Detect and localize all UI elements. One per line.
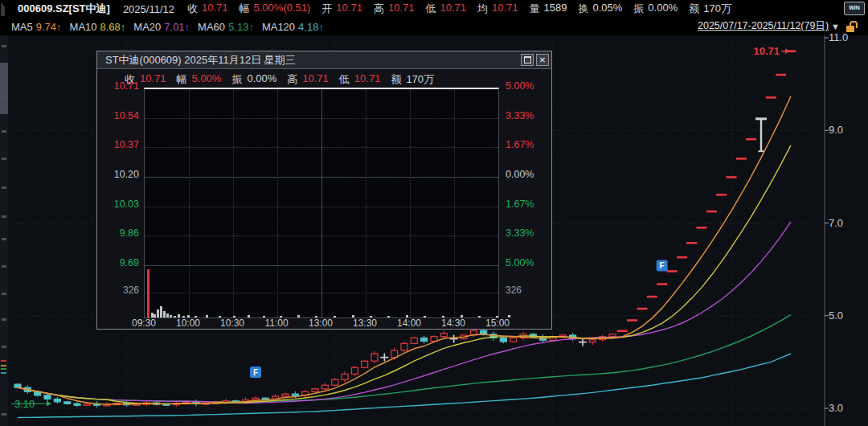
popup-time-axis: 09:3010:0010:3011:0013:0013:3014:0014:30… <box>97 317 553 330</box>
axis-label: 326 <box>506 285 542 296</box>
axis-label: 5.00% <box>506 257 542 268</box>
popup-stat-field: 幅5.00% <box>177 72 222 87</box>
volume-bar <box>157 309 159 317</box>
cursor-fragment-icon <box>1 2 13 16</box>
axis-label: 9.86 <box>102 227 139 239</box>
date-range-label[interactable]: 2025/07/17-2025/11/12(79日) <box>698 19 829 33</box>
candle <box>321 385 328 389</box>
popup-stat-field: 低10.71 <box>339 72 381 87</box>
popup-title: ST中迪(000609) 2025年11月12日 星期三 <box>105 53 296 68</box>
symbol-text: 000609.SZ[ST中迪] <box>18 2 110 16</box>
candle <box>371 354 378 361</box>
ma-item: MA108.68↑ <box>70 21 126 33</box>
close-icon: ✕ <box>539 56 546 64</box>
quote-field: 低10.71 <box>425 2 466 16</box>
quote-bar: 000609.SZ[ST中迪] 2025/11/12 收10.71幅5.00%(… <box>0 0 868 18</box>
axis-label: 326 <box>102 285 139 296</box>
candle <box>332 379 338 385</box>
y-axis-label: 5.0 <box>829 309 843 322</box>
axis-label: 0.00% <box>506 169 542 180</box>
ma-item: MA207.01↑ <box>133 21 190 33</box>
f-event-marker[interactable]: F <box>657 260 668 272</box>
limit-board-dash <box>647 296 657 298</box>
svg-text:F: F <box>660 261 665 270</box>
quote-field: 换0.05% <box>578 2 622 16</box>
trading-app-window: { "colors": { "red": "#e8383d", "green":… <box>0 0 868 426</box>
axis-label: 10.54 <box>102 110 139 121</box>
candle <box>421 338 428 341</box>
intraday-popup-window: ST中迪(000609) 2025年11月12日 星期三 ✕ 收10.71幅5.… <box>96 51 552 330</box>
quote-fields: 收10.71幅5.00%(0.51)开10.71高10.71低10.71均10.… <box>187 2 743 16</box>
y-axis-label: 3.0 <box>829 402 843 414</box>
candle <box>510 338 517 342</box>
svg-text:10.71: 10.71 <box>753 45 780 57</box>
candle <box>14 384 21 387</box>
unlock-icon[interactable] <box>846 21 857 32</box>
time-label: 10:00 <box>176 317 200 329</box>
limit-board-dash <box>736 158 747 160</box>
limit-board-dash <box>677 256 687 259</box>
candle <box>282 394 289 396</box>
candle <box>54 399 60 401</box>
axis-label: 10.03 <box>102 199 139 210</box>
popup-title-bar[interactable]: ST中迪(000609) 2025年11月12日 星期三 ✕ <box>97 51 551 69</box>
candle <box>44 395 51 399</box>
f-event-marker[interactable]: F <box>250 367 261 378</box>
limit-board-dash <box>727 176 737 178</box>
limit-board-dash <box>706 211 717 213</box>
limit-board-dash <box>746 138 756 141</box>
candle <box>64 402 71 403</box>
time-label: 09:30 <box>132 317 156 329</box>
axis-label: 9.69 <box>102 257 139 268</box>
candle <box>292 394 298 395</box>
axis-label: 5.00% <box>506 80 542 92</box>
axis-label: 1.67% <box>506 199 542 210</box>
time-label: 14:00 <box>397 317 421 329</box>
axis-label: 10.71 <box>102 80 139 92</box>
candle <box>431 337 437 342</box>
quote-date: 2025/11/12 <box>123 3 174 15</box>
candle <box>589 340 596 342</box>
candle <box>351 367 358 374</box>
candle <box>84 403 90 405</box>
win-monitor-icon[interactable]: WIN <box>844 2 865 15</box>
limit-board-dash <box>617 330 628 332</box>
quote-field: 高10.71 <box>374 2 415 16</box>
quote-field: 幅5.00%(0.51) <box>240 2 311 16</box>
popup-stat-field: 高10.71 <box>287 72 329 87</box>
candle <box>401 343 407 350</box>
quote-field: 额170万 <box>689 2 731 16</box>
popup-intraday-chart[interactable] <box>144 88 499 318</box>
axis-label: 1.67% <box>506 139 542 150</box>
restore-window-button[interactable] <box>521 54 534 66</box>
ma-item: MA59.74↑ <box>11 21 62 33</box>
axis-label: 10.20 <box>102 169 139 180</box>
time-label: 11:00 <box>264 317 288 329</box>
volume-bar <box>147 269 149 317</box>
time-label: 13:00 <box>309 317 333 329</box>
candle <box>411 338 417 343</box>
time-label: 13:30 <box>353 317 377 329</box>
quote-field: 均10.71 <box>477 2 518 16</box>
quote-field: 收10.71 <box>187 2 228 16</box>
restore-icon <box>524 56 531 63</box>
ma-item: MA1204.18↑ <box>262 21 324 33</box>
quote-field: 开10.71 <box>321 2 362 16</box>
quote-field: 量1589 <box>530 2 567 16</box>
axis-label: 3.33% <box>506 227 542 239</box>
y-axis-label: 11.0 <box>829 31 848 43</box>
chevron-down-icon[interactable]: ▼ <box>831 22 840 31</box>
svg-text:F: F <box>253 368 258 377</box>
quote-field: 振0.00% <box>633 2 678 16</box>
axis-label: 3.33% <box>506 110 542 121</box>
limit-board-dash <box>766 96 776 99</box>
y-axis-label: 7.0 <box>829 217 843 229</box>
candle <box>481 330 487 334</box>
volume-bar <box>160 306 162 317</box>
candle <box>440 334 447 337</box>
left-toolbar-strip[interactable] <box>0 35 8 426</box>
candle <box>342 374 348 379</box>
limit-board-dash <box>716 194 727 196</box>
limit-board-dash <box>627 319 637 322</box>
close-button[interactable]: ✕ <box>536 54 549 66</box>
